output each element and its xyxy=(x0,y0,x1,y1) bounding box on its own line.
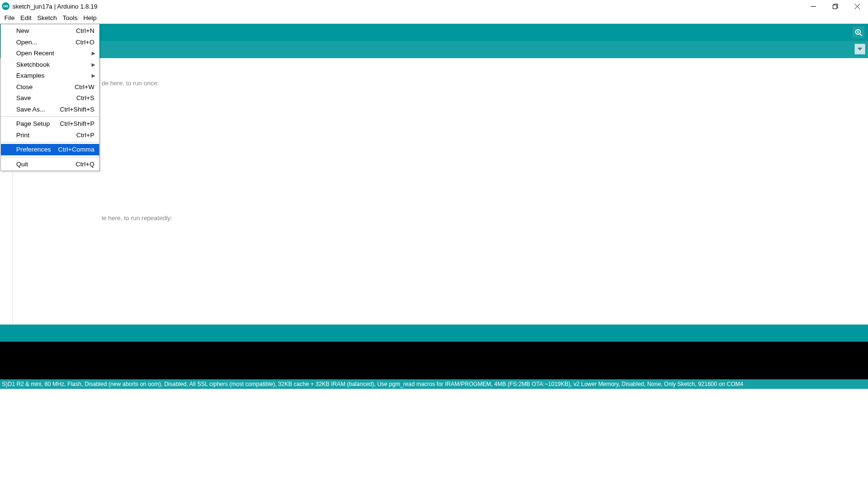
maximize-button[interactable] xyxy=(824,0,846,12)
file-menu-dropdown: NewCtrl+NOpen...Ctrl+OOpen Recent▶Sketch… xyxy=(0,24,100,171)
board-info: S)D1 R2 & mini, 80 MHz, Flash, Disabled … xyxy=(2,381,743,387)
menu-item-shortcut: Ctrl+N xyxy=(76,27,94,34)
chevron-right-icon: ▶ xyxy=(92,73,95,78)
menu-separator xyxy=(1,142,99,142)
menu-item-label: Close xyxy=(16,83,74,91)
menu-item-quit[interactable]: QuitCtrl+Q xyxy=(1,159,99,170)
code-line-setup: de here, to run once: xyxy=(102,80,159,87)
svg-marker-14 xyxy=(858,48,862,51)
menu-item-shortcut: Ctrl+Comma xyxy=(58,146,94,153)
menu-item-shortcut: Ctrl+W xyxy=(74,83,94,91)
menu-item-shortcut: Ctrl+P xyxy=(76,132,94,139)
window-controls xyxy=(802,0,868,12)
menu-item-open[interactable]: Open...Ctrl+O xyxy=(1,37,99,48)
menu-item-save[interactable]: SaveCtrl+S xyxy=(1,92,99,104)
title-bar: sketch_jun17a | Arduino 1.8.19 xyxy=(0,0,868,12)
window-title: sketch_jun17a | Arduino 1.8.19 xyxy=(12,3,97,10)
menu-item-shortcut: Ctrl+S xyxy=(76,94,94,102)
menu-item-shortcut: Ctrl+Shift+S xyxy=(60,106,94,113)
menu-edit[interactable]: Edit xyxy=(18,13,34,22)
tab-menu-button[interactable] xyxy=(855,44,865,54)
menu-item-label: Open Recent xyxy=(16,50,94,57)
menu-item-label: Print xyxy=(16,132,76,139)
status-strip xyxy=(0,325,868,342)
menu-separator xyxy=(1,116,99,117)
code-editor[interactable]: de here, to run once: le here, to run re… xyxy=(0,58,868,325)
output-console[interactable] xyxy=(0,342,868,379)
menu-item-print[interactable]: PrintCtrl+P xyxy=(1,130,99,141)
menu-item-new[interactable]: NewCtrl+N xyxy=(1,25,99,37)
close-button[interactable] xyxy=(846,0,868,12)
menu-item-label: New xyxy=(16,27,76,34)
menu-item-label: Open... xyxy=(16,39,76,46)
menu-help[interactable]: Help xyxy=(81,13,100,22)
menu-item-examples[interactable]: Examples▶ xyxy=(1,70,99,81)
menu-item-open-recent[interactable]: Open Recent▶ xyxy=(1,48,99,59)
menu-item-sketchbook[interactable]: Sketchbook▶ xyxy=(1,59,99,71)
status-bar: S)D1 R2 & mini, 80 MHz, Flash, Disabled … xyxy=(0,379,868,389)
minimize-button[interactable] xyxy=(802,0,824,12)
title-bar-left: sketch_jun17a | Arduino 1.8.19 xyxy=(2,2,97,10)
code-line-loop: le here, to run repeatedly: xyxy=(102,214,172,222)
menu-bar: File Edit Sketch Tools Help xyxy=(0,12,868,24)
svg-line-10 xyxy=(860,34,862,36)
menu-item-label: Save As... xyxy=(16,106,60,113)
toolbar xyxy=(0,24,868,41)
tab-bar xyxy=(0,41,868,58)
arduino-logo-icon xyxy=(2,2,10,10)
menu-separator xyxy=(1,157,99,157)
menu-item-page-setup[interactable]: Page SetupCtrl+Shift+P xyxy=(1,118,99,130)
chevron-right-icon: ▶ xyxy=(92,51,95,56)
menu-item-save-as[interactable]: Save As...Ctrl+Shift+S xyxy=(1,104,99,115)
menu-item-shortcut: Ctrl+O xyxy=(76,39,94,46)
menu-item-label: Page Setup xyxy=(16,120,60,127)
menu-tools[interactable]: Tools xyxy=(60,13,81,22)
menu-item-label: Preferences xyxy=(16,146,58,153)
menu-sketch[interactable]: Sketch xyxy=(34,13,60,22)
menu-item-label: Examples xyxy=(16,72,94,79)
chevron-right-icon: ▶ xyxy=(92,62,95,67)
serial-monitor-button[interactable] xyxy=(852,26,865,39)
svg-rect-6 xyxy=(833,5,837,9)
menu-item-label: Sketchbook xyxy=(16,61,94,68)
menu-item-close[interactable]: CloseCtrl+W xyxy=(1,81,99,93)
menu-item-label: Quit xyxy=(16,161,76,168)
menu-file[interactable]: File xyxy=(1,13,18,22)
menu-item-shortcut: Ctrl+Q xyxy=(76,161,94,168)
menu-item-shortcut: Ctrl+Shift+P xyxy=(60,120,94,127)
menu-item-label: Save xyxy=(16,94,76,102)
menu-item-preferences[interactable]: PreferencesCtrl+Comma xyxy=(1,144,99,155)
